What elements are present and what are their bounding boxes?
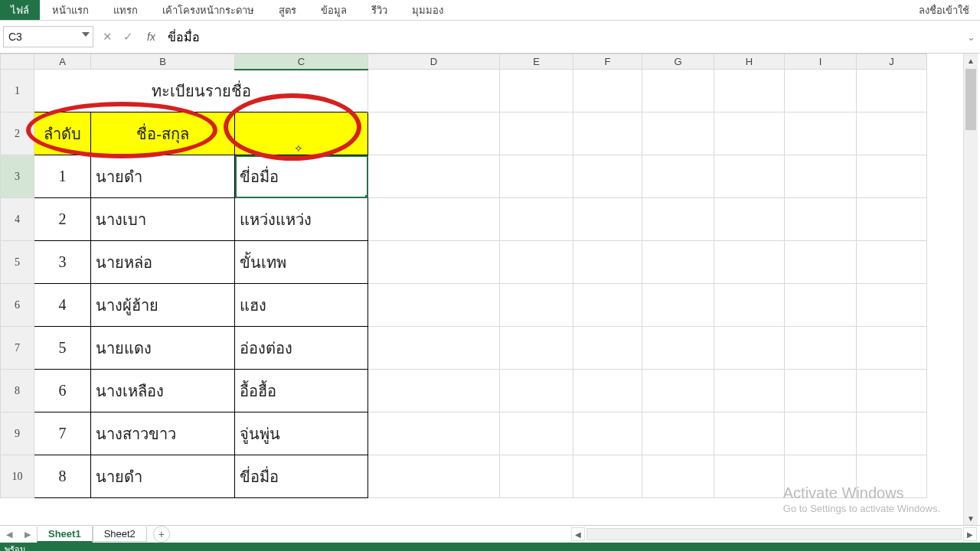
cell[interactable] — [857, 241, 927, 284]
cell[interactable] — [714, 155, 785, 198]
cell[interactable]: แหว่งแหว่ง — [235, 198, 368, 241]
tab-insert[interactable]: แทรก — [101, 0, 150, 21]
col-header-H[interactable]: H — [714, 54, 785, 70]
cell[interactable] — [785, 327, 857, 370]
cell[interactable] — [573, 370, 642, 412]
cell[interactable] — [785, 155, 857, 198]
cell[interactable] — [642, 284, 714, 327]
tab-formulas[interactable]: สูตร — [266, 0, 309, 21]
cell[interactable] — [714, 198, 785, 241]
cell[interactable] — [642, 412, 714, 455]
cell[interactable] — [642, 370, 714, 412]
select-all-corner[interactable] — [1, 54, 34, 70]
header-cell[interactable]: ชื่อ-สกุล — [91, 112, 235, 155]
col-header-F[interactable]: F — [573, 54, 642, 70]
row-header-10[interactable]: 10 — [1, 455, 34, 498]
cell[interactable] — [500, 241, 573, 284]
horizontal-scrollbar[interactable]: ◀ ▶ — [571, 527, 980, 541]
cell[interactable] — [714, 112, 785, 155]
cell[interactable] — [714, 241, 785, 284]
cell[interactable] — [857, 198, 927, 241]
tab-page-layout[interactable]: เค้าโครงหน้ากระดาษ — [150, 0, 266, 21]
tab-review[interactable]: รีวิว — [359, 0, 400, 21]
cell[interactable] — [368, 198, 500, 241]
cell[interactable] — [573, 198, 642, 241]
sheet-tab-sheet2[interactable]: Sheet2 — [93, 527, 147, 542]
cell[interactable] — [368, 241, 500, 284]
cell[interactable] — [785, 198, 857, 241]
cell[interactable] — [714, 412, 785, 455]
new-sheet-button[interactable]: + — [153, 526, 170, 543]
row-header-7[interactable]: 7 — [1, 327, 34, 370]
row-header-2[interactable]: 2 — [1, 112, 34, 155]
cell[interactable] — [500, 455, 573, 498]
col-header-D[interactable]: D — [368, 54, 500, 70]
cell[interactable] — [368, 412, 500, 455]
cell[interactable] — [500, 284, 573, 327]
tab-data[interactable]: ข้อมูล — [309, 0, 359, 21]
cell[interactable]: 1 — [34, 155, 91, 198]
grid[interactable]: ABCDEFGHIJ1ทะเบียนรายชื่อ2ลำดับชื่อ-สกุล… — [0, 54, 963, 525]
cell[interactable] — [368, 455, 500, 498]
cell[interactable]: นางเหลือง — [91, 370, 235, 412]
cell[interactable] — [714, 455, 785, 498]
cell[interactable] — [642, 241, 714, 284]
cell[interactable] — [642, 327, 714, 370]
cell[interactable] — [500, 112, 573, 155]
name-box[interactable]: C3 — [3, 26, 93, 47]
col-header-I[interactable]: I — [785, 54, 857, 70]
row-header-3[interactable]: 3 — [1, 155, 34, 198]
tab-view[interactable]: มุมมอง — [400, 0, 456, 21]
row-header-5[interactable]: 5 — [1, 241, 34, 284]
expand-formula-bar-icon[interactable]: ⌄ — [965, 31, 977, 43]
sheet-nav-next-icon[interactable]: ▶ — [18, 530, 37, 540]
cell[interactable]: อื้อฮื้อ — [235, 370, 368, 412]
cell[interactable] — [857, 284, 927, 327]
cell[interactable] — [573, 455, 642, 498]
cell[interactable]: 3 — [34, 241, 91, 284]
cell[interactable] — [857, 327, 927, 370]
row-header-8[interactable]: 8 — [1, 370, 34, 412]
cell[interactable]: นางผู้ฮ้าย — [91, 284, 235, 327]
cell[interactable] — [857, 155, 927, 198]
cell[interactable] — [573, 112, 642, 155]
cell[interactable] — [573, 412, 642, 455]
cell[interactable] — [857, 70, 927, 112]
tab-home[interactable]: หน้าแรก — [40, 0, 101, 21]
cell[interactable] — [857, 112, 927, 155]
cell[interactable] — [785, 455, 857, 498]
header-cell[interactable]: ลำดับ — [34, 112, 91, 155]
cell[interactable]: ขี่อมื่อ — [235, 455, 368, 498]
cell[interactable] — [857, 370, 927, 412]
sheet-nav-prev-icon[interactable]: ◀ — [0, 530, 18, 540]
cell[interactable] — [368, 284, 500, 327]
formula-input[interactable] — [163, 27, 962, 47]
row-header-1[interactable]: 1 — [1, 70, 34, 112]
cell[interactable] — [785, 412, 857, 455]
cell[interactable]: แฮง — [235, 284, 368, 327]
cell[interactable]: นายดำ — [91, 155, 235, 198]
cell[interactable]: ขี่อมื่อ — [235, 155, 368, 198]
scroll-left-icon[interactable]: ◀ — [571, 527, 585, 541]
cell[interactable] — [368, 112, 500, 155]
cell[interactable]: นางเบา — [91, 198, 235, 241]
cell[interactable]: อ่องต่อง — [235, 327, 368, 370]
cell[interactable]: 8 — [34, 455, 91, 498]
cell[interactable] — [573, 284, 642, 327]
cell[interactable] — [500, 198, 573, 241]
cell[interactable] — [573, 327, 642, 370]
cell[interactable] — [714, 70, 785, 112]
col-header-J[interactable]: J — [857, 54, 927, 70]
cell[interactable] — [785, 70, 857, 112]
fx-icon[interactable]: fx — [142, 31, 160, 43]
enter-icon[interactable]: ✓ — [123, 30, 133, 44]
cell[interactable] — [573, 241, 642, 284]
cell[interactable] — [785, 370, 857, 412]
cell[interactable] — [368, 155, 500, 198]
cell[interactable] — [785, 284, 857, 327]
cell[interactable] — [642, 455, 714, 498]
cell[interactable] — [642, 198, 714, 241]
cell[interactable]: นายแดง — [91, 327, 235, 370]
cell[interactable] — [642, 112, 714, 155]
cell[interactable] — [368, 370, 500, 412]
